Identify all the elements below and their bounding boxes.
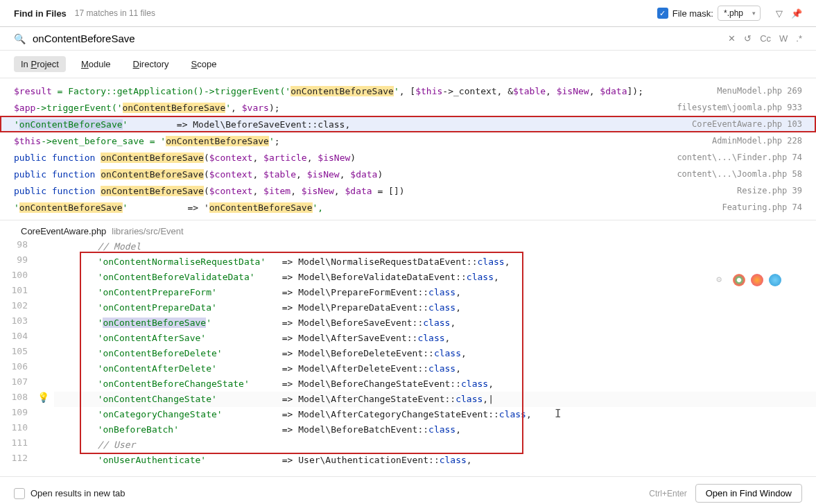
code-line[interactable]: 'onContentPrepareForm' => Model\PrepareF…: [54, 285, 816, 300]
result-row[interactable]: public function onContentBeforeSave($con…: [0, 166, 816, 182]
clear-icon[interactable]: ✕: [728, 33, 736, 44]
line-number: 99: [0, 254, 28, 270]
regex-toggle[interactable]: .*: [796, 33, 802, 44]
search-icon: 🔍: [14, 33, 26, 44]
result-row[interactable]: 'onContentBeforeSave' => Model\BeforeSav…: [0, 116, 816, 132]
line-number: 106: [0, 361, 28, 376]
whole-word-toggle[interactable]: W: [779, 33, 788, 44]
dialog-footer: Open results in new tab Ctrl+Enter Open …: [0, 476, 816, 504]
intention-bulb-icon[interactable]: 💡: [37, 392, 49, 403]
line-number: 110: [0, 422, 28, 437]
edge-icon[interactable]: [769, 274, 781, 286]
line-number: 103: [0, 315, 28, 331]
dialog-title: Find in Files: [14, 8, 67, 19]
scope-tab-in-project[interactable]: In Project: [14, 56, 66, 72]
code-line[interactable]: 'onContentBeforeValidateData' => Model\B…: [54, 270, 816, 285]
preview-header: CoreEventAware.php libraries/src/Event: [0, 220, 816, 239]
chevron-down-icon: ▾: [752, 10, 756, 17]
file-mask-select[interactable]: *.php▾: [718, 6, 761, 21]
preview-path: libraries/src/Event: [112, 226, 183, 236]
filter-icon[interactable]: ▽: [776, 8, 783, 19]
file-mask-label: File mask:: [672, 8, 713, 19]
code-line[interactable]: 'onContentBeforeChangeState' => Model\Be…: [54, 376, 816, 392]
code-line[interactable]: 'onContentNormaliseRequestData' => Model…: [54, 254, 816, 270]
code-line[interactable]: 'onContentBeforeSave' => Model\BeforeSav…: [54, 315, 816, 331]
pin-icon[interactable]: 📌: [791, 8, 802, 19]
code-line[interactable]: 'onCategoryChangeState' => Model\AfterCa…: [54, 407, 816, 422]
match-case-toggle[interactable]: Cc: [760, 33, 771, 44]
line-number: 112: [0, 453, 28, 468]
result-row[interactable]: $app->triggerEvent('onContentBeforeSave'…: [0, 99, 816, 116]
line-number: 108: [0, 392, 28, 407]
line-number: 104: [0, 331, 28, 346]
code-line[interactable]: 'onContentAfterDelete' => Model\AfterDel…: [54, 361, 816, 376]
settings-icon[interactable]: ⚙: [716, 274, 722, 286]
scope-tab-scope[interactable]: Scope: [184, 56, 224, 72]
scope-tab-directory[interactable]: Directory: [126, 56, 176, 72]
line-number: 98: [0, 239, 28, 254]
code-preview[interactable]: 9899100101102103104105106107108109110111…: [0, 239, 816, 476]
line-number: 105: [0, 346, 28, 361]
search-bar: 🔍 ✕ ↺ Cc W .*: [0, 27, 816, 51]
line-number: 111: [0, 437, 28, 453]
line-number: 102: [0, 300, 28, 315]
shortcut-hint: Ctrl+Enter: [649, 489, 686, 498]
result-row[interactable]: $result = Factory::getApplication()->tri…: [0, 82, 816, 99]
chrome-icon[interactable]: [733, 274, 745, 286]
code-line[interactable]: // User: [54, 437, 816, 453]
code-line[interactable]: 'onBeforeBatch' => Model\BeforeBatchEven…: [54, 422, 816, 437]
line-number: 107: [0, 376, 28, 392]
dialog-header: Find in Files 17 matches in 11 files ✓ F…: [0, 0, 816, 27]
text-cursor-icon: I: [555, 407, 562, 420]
scope-tab-module[interactable]: Module: [74, 56, 118, 72]
history-icon[interactable]: ↺: [744, 33, 752, 44]
match-count: 17 matches in 11 files: [75, 8, 657, 18]
code-line[interactable]: // Model: [54, 239, 816, 254]
file-mask-checkbox[interactable]: ✓: [657, 8, 668, 19]
code-line[interactable]: 'onContentBeforeDelete' => Model\BeforeD…: [54, 346, 816, 361]
result-row[interactable]: 'onContentBeforeSave' => 'onContentBefor…: [0, 199, 816, 216]
result-row[interactable]: public function onContentBeforeSave($con…: [0, 182, 816, 199]
result-row[interactable]: $this->event_before_save = 'onContentBef…: [0, 132, 816, 149]
search-input[interactable]: [33, 33, 721, 44]
preview-filename[interactable]: CoreEventAware.php: [21, 226, 106, 236]
browser-icons: ⚙: [716, 274, 781, 286]
scope-tabs: In ProjectModuleDirectoryScope: [0, 51, 816, 78]
line-number: 109: [0, 407, 28, 422]
open-new-tab-checkbox[interactable]: [14, 488, 25, 499]
results-list: $result = Factory::getApplication()->tri…: [0, 78, 816, 220]
code-line[interactable]: 'onContentAfterSave' => Model\AfterSaveE…: [54, 331, 816, 346]
code-line[interactable]: 'onUserAuthenticate' => User\Authenticat…: [54, 453, 816, 468]
firefox-icon[interactable]: [751, 274, 763, 286]
line-number: 100: [0, 270, 28, 285]
code-line[interactable]: 'onContentPrepareData' => Model\PrepareD…: [54, 300, 816, 315]
line-number: 101: [0, 285, 28, 300]
result-row[interactable]: public function onContentBeforeSave($con…: [0, 149, 816, 166]
code-line[interactable]: 'onContentChangeState' => Model\AfterCha…: [54, 392, 816, 407]
open-new-tab-label: Open results in new tab: [31, 488, 125, 498]
open-find-window-button[interactable]: Open in Find Window: [695, 484, 802, 503]
